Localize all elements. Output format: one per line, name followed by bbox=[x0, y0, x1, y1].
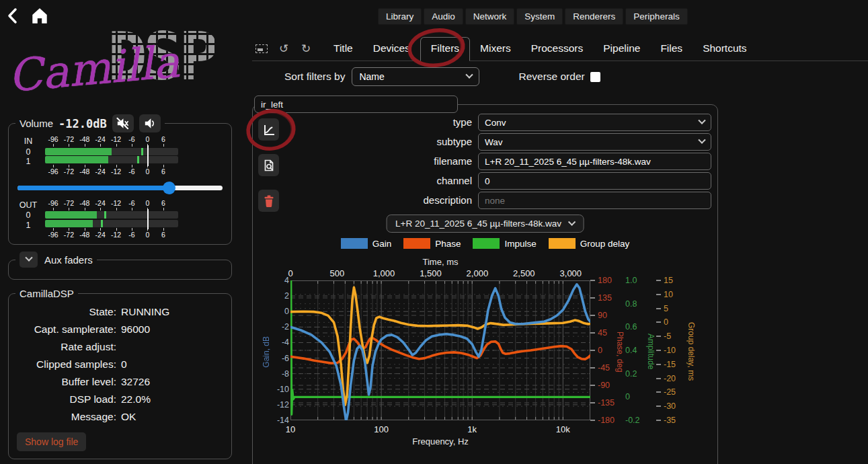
sort-row: Sort filters by Name Reverse order bbox=[252, 67, 600, 87]
field-value: 0 bbox=[485, 176, 490, 186]
trash-icon bbox=[263, 194, 275, 208]
input-description[interactable]: none bbox=[478, 192, 711, 209]
axis-tick: 15 bbox=[656, 276, 673, 285]
meter-scale: -96-72-48-24-12-606 bbox=[45, 200, 178, 210]
status-label: DSP load: bbox=[15, 391, 116, 408]
preview-file-button[interactable] bbox=[258, 154, 279, 176]
tab-mixers[interactable]: Mixers bbox=[470, 38, 521, 61]
compact-view-button[interactable] bbox=[253, 41, 270, 56]
redo-button[interactable]: ↻ bbox=[298, 41, 314, 56]
speaker-button[interactable] bbox=[139, 114, 161, 132]
config-tabs: TitleDevicesFiltersMixersProcessorsPipel… bbox=[323, 37, 757, 61]
status-label: Buffer level: bbox=[15, 373, 116, 391]
legend-swatch-phase bbox=[403, 238, 430, 249]
level-fill bbox=[45, 148, 112, 155]
status-row: Buffer level:32726 bbox=[15, 373, 225, 391]
status-row: DSP load:22.0% bbox=[15, 391, 225, 408]
meter-scale: -96-72-48-24-12-606 bbox=[45, 228, 178, 238]
time-axis-ticks: 05001,0001,5002,0002,5003,000 bbox=[290, 267, 590, 280]
tick-mark bbox=[656, 405, 661, 407]
level-bar[interactable] bbox=[45, 148, 178, 155]
tick-mark bbox=[656, 280, 661, 281]
show-log-button[interactable]: Show log file bbox=[17, 432, 86, 451]
muted-speaker-icon bbox=[116, 116, 130, 130]
amplitude-axis-ticks: 1.00.80.60.40.20-0.2 bbox=[625, 280, 645, 420]
tick-mark bbox=[590, 402, 595, 403]
tab-devices[interactable]: Devices bbox=[363, 38, 420, 61]
plot-filter-button[interactable] bbox=[258, 118, 279, 141]
tab-processors[interactable]: Processors bbox=[521, 38, 594, 61]
top-nav-renderers[interactable]: Renderers bbox=[565, 8, 623, 25]
axis-tick: -10 bbox=[656, 346, 676, 355]
axis-tick: -180 bbox=[590, 416, 615, 425]
delete-filter-button[interactable] bbox=[258, 190, 279, 212]
zero-db-line bbox=[147, 145, 149, 166]
axis-tick: -45 bbox=[590, 363, 610, 373]
field-label-channel: channel bbox=[352, 172, 472, 190]
aux-expand-button[interactable] bbox=[19, 252, 38, 268]
meter-display: -96-72-48-24-12-606-96-72-48-24-12-606 bbox=[45, 137, 178, 175]
axis-tick: -12 bbox=[277, 400, 289, 410]
tick-mark bbox=[590, 332, 595, 334]
meter-tick-mark bbox=[132, 144, 132, 147]
reverse-order-checkbox[interactable] bbox=[590, 72, 600, 82]
axis-tick: 2 bbox=[284, 291, 289, 301]
tab-filters[interactable]: Filters bbox=[420, 37, 470, 61]
filter-name-input[interactable] bbox=[254, 95, 458, 113]
field-value: Wav bbox=[485, 137, 503, 147]
select-subtype[interactable]: Wav bbox=[478, 133, 711, 151]
tick-mark bbox=[656, 350, 661, 351]
slider-thumb[interactable] bbox=[163, 182, 175, 194]
volume-slider[interactable] bbox=[17, 181, 223, 194]
top-nav-peripherals[interactable]: Peripherals bbox=[625, 8, 687, 25]
top-nav-system[interactable]: System bbox=[516, 8, 563, 25]
undo-button[interactable]: ↺ bbox=[276, 41, 292, 56]
axis-tick: -4 bbox=[282, 338, 289, 347]
meter-group-label: OUT bbox=[19, 200, 37, 210]
legend-item-impulse: Impulse bbox=[473, 238, 536, 249]
chevron-down-icon bbox=[698, 137, 705, 144]
chevron-down-icon bbox=[466, 71, 473, 79]
sort-by-select[interactable]: Name bbox=[352, 67, 479, 86]
meter-tick-mark bbox=[53, 208, 54, 210]
status-value: 0 bbox=[121, 356, 225, 373]
meter-out: OUT01-96-72-48-24-12-606-96-72-48-24-12-… bbox=[15, 200, 225, 239]
file-selector-dropdown[interactable]: L+R 20_11_2025 6_45 µµ-filters-48k.wav bbox=[386, 215, 584, 233]
meter-tick-mark bbox=[69, 208, 69, 210]
tab-shortcuts[interactable]: Shortcuts bbox=[693, 38, 756, 61]
meter-scale-tick: -72 bbox=[64, 199, 74, 207]
meter-scale-tick: -96 bbox=[48, 135, 58, 143]
level-bar[interactable] bbox=[45, 211, 178, 219]
top-nav-network[interactable]: Network bbox=[465, 8, 515, 25]
level-bar[interactable] bbox=[45, 220, 178, 227]
meter-scale-tick: -48 bbox=[79, 199, 89, 207]
level-bar[interactable] bbox=[45, 156, 178, 163]
meter-scale-tick: -12 bbox=[111, 199, 121, 207]
meter-scale-tick: 0 bbox=[145, 167, 149, 176]
tab-pipeline[interactable]: Pipeline bbox=[593, 38, 650, 61]
axis-tick: 0.6 bbox=[625, 322, 637, 332]
meter-scale-tick: -12 bbox=[111, 231, 121, 239]
legend-item-phase: Phase bbox=[403, 238, 461, 249]
meter-tick-mark bbox=[69, 144, 69, 147]
legend-label: Group delay bbox=[580, 239, 630, 249]
input-channel[interactable]: 0 bbox=[478, 172, 711, 190]
meter-in: IN01-96-72-48-24-12-606-96-72-48-24-12-6… bbox=[15, 137, 225, 175]
meter-tick-mark bbox=[100, 165, 101, 167]
tick-mark bbox=[656, 378, 661, 379]
top-nav-library[interactable]: Library bbox=[378, 8, 422, 25]
axis-tick: -35 bbox=[656, 416, 676, 425]
meter-tick-mark bbox=[163, 144, 164, 147]
frequency-tick: 10 bbox=[286, 424, 295, 434]
meter-scale-tick: 6 bbox=[161, 135, 165, 143]
select-type[interactable]: Conv bbox=[478, 114, 711, 131]
axis-tick: 180 bbox=[590, 276, 612, 285]
tab-title[interactable]: Title bbox=[323, 38, 363, 61]
meter-scale-tick: 0 bbox=[145, 199, 149, 207]
input-filename[interactable]: L+R 20_11_2025 6_45 µµ-filters-48k.wav bbox=[478, 153, 711, 170]
top-nav-audio[interactable]: Audio bbox=[424, 8, 463, 25]
axis-tick: 1.0 bbox=[625, 276, 637, 285]
time-tick: 1,500 bbox=[420, 268, 442, 278]
tab-files[interactable]: Files bbox=[650, 38, 693, 61]
mute-button[interactable] bbox=[112, 114, 134, 132]
